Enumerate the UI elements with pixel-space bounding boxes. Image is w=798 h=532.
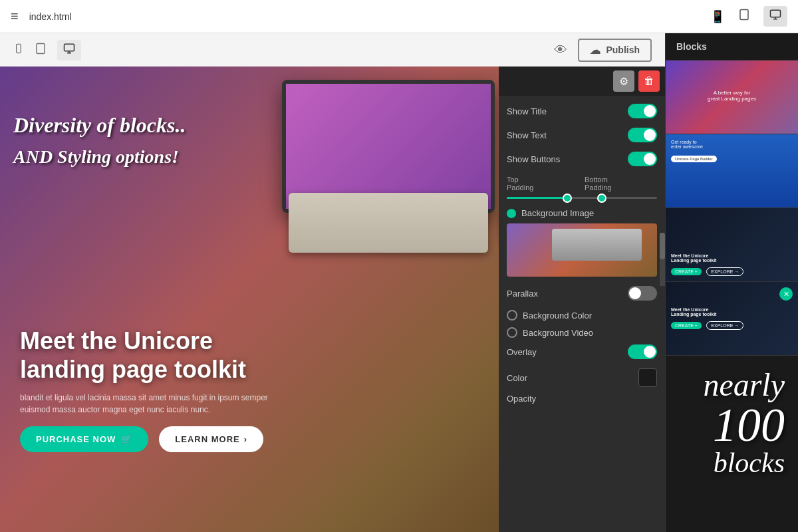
svg-rect-5 [17,44,21,53]
show-title-label: Show Title [507,106,547,116]
inner-device-group [13,40,81,61]
inner-tablet-icon[interactable] [35,43,47,58]
thumb-3-content: Meet the UnicoreLanding page toolkit CRE… [671,253,743,276]
toggle-knob [644,346,656,358]
settings-toolbar: ⚙ 🗑 [499,66,665,96]
settings-content: Show Title Show Text Show Buttons [499,96,665,532]
filename-label: index.html [29,11,700,22]
block-item-3[interactable]: Meet the UnicoreLanding page toolkit CRE… [666,208,798,282]
parallax-toggle[interactable] [628,286,657,301]
show-text-toggle[interactable] [628,128,657,142]
learn-more-button[interactable]: LEARN MORE › [159,426,263,452]
scrollbar-thumb[interactable] [660,233,665,259]
settings-gear-button[interactable]: ⚙ [613,70,634,92]
thumb-2-content: Get ready toenter awesome Unicore Page B… [666,134,798,168]
block-item-2[interactable]: Get ready toenter awesome Unicore Page B… [666,134,798,208]
inner-right-group: 👁 ☁ Publish [554,39,652,62]
toggle-knob [644,129,656,141]
desk-visual [282,80,535,266]
main-layout: 👁 ☁ Publish Diversity of block [0,33,798,532]
block-thumbnail-4: Meet the UnicoreLanding page toolkit CRE… [666,282,798,355]
thumb-2-text: Get ready toenter awesome [671,140,793,149]
overlay-toggle[interactable] [628,344,657,359]
bg-image-indicator [507,209,516,218]
desktop-icon[interactable] [763,6,787,27]
opacity-label: Opacity [507,394,536,404]
parallax-row: Parallax [507,286,657,301]
thumb-1-title: A better way forgreat Landing pages [708,90,756,102]
overlay-nearly-text: nearly [679,369,785,401]
block-remove-button[interactable]: ✕ [779,287,793,301]
purchase-label: PURCHASE NOW [36,434,116,444]
overlay-row: Overlay [507,344,657,359]
block-thumbnail-3: Meet the UnicoreLanding page toolkit CRE… [666,208,798,281]
thumb-3-btn1: CREATE + [671,268,702,275]
mobile-icon[interactable]: 📱 [710,9,725,24]
preview-icon[interactable]: 👁 [554,43,567,58]
block-thumb-visual-2: Get ready toenter awesome Unicore Page B… [666,134,798,207]
parallax-label: Parallax [507,289,538,299]
thumb-3-btn2: EXPLORE → [706,267,743,276]
svg-rect-7 [37,43,45,53]
hero-title: Meet the Unicorelanding page toolkit [20,327,286,384]
svg-rect-9 [65,44,74,51]
color-row: Color [507,368,657,387]
top-padding-slider[interactable] [507,197,657,199]
block-item-1[interactable]: A better way forgreat Landing pages [666,61,798,134]
thumbnail-desk [552,229,642,261]
bg-image-header: Background Image [507,208,657,218]
svg-rect-0 [740,10,748,20]
padding-row: TopPadding BottomPadding [507,176,657,192]
bottom-padding-label: BottomPadding [585,176,657,192]
cart-icon: 🛒 [121,434,132,444]
menu-icon[interactable]: ≡ [11,9,19,24]
show-title-toggle[interactable] [628,104,657,118]
slider-thumb-2[interactable] [597,194,606,203]
blocks-promo-section: nearly 100 blocks [666,356,798,490]
bg-video-label: Background Video [523,328,593,338]
blocks-panel: Blocks A better way forgreat Landing pag… [665,33,798,532]
inner-desktop-icon[interactable] [57,40,81,61]
background-image-section: Background Image [507,208,657,277]
thumb-4-btn1: CREATE + [671,322,702,329]
show-text-label: Show Text [507,130,547,140]
block-thumb-visual-1: A better way forgreat Landing pages [666,61,798,134]
publish-button[interactable]: ☁ Publish [578,39,652,62]
hero-buttons: PURCHASE NOW 🛒 LEARN MORE › [20,426,286,452]
blocks-list: A better way forgreat Landing pages Get … [666,61,798,532]
monitor-screen [286,84,491,209]
thumb-4-btn2: EXPLORE → [706,321,743,330]
bottom-padding-group: BottomPadding [585,176,657,192]
bg-video-radio[interactable] [507,327,517,338]
show-buttons-label: Show Buttons [507,154,560,164]
tablet-icon[interactable] [738,9,750,24]
overlay-blocks-text: blocks [679,449,785,477]
learn-more-label: LEARN MORE [175,434,239,444]
color-swatch[interactable] [638,368,657,387]
bg-image-thumbnail[interactable] [507,223,657,277]
block-thumbnail-1: A better way forgreat Landing pages [666,61,798,134]
settings-panel: ⚙ 🗑 Show Title Show Text [499,66,665,532]
thumb-4-title: Meet the UnicoreLanding page toolkit [671,307,743,317]
arrow-right-icon: › [244,434,247,444]
settings-delete-button[interactable]: 🗑 [638,70,660,92]
block-item-4[interactable]: Meet the UnicoreLanding page toolkit CRE… [666,282,798,356]
bg-color-radio[interactable] [507,310,517,321]
overlay-100-text: 100 [679,401,785,449]
purchase-now-button[interactable]: PURCHASE NOW 🛒 [20,426,148,452]
bg-video-row: Background Video [507,327,657,338]
device-icons-group: 📱 [710,6,787,27]
block-thumb-visual-4: Meet the UnicoreLanding page toolkit CRE… [666,282,798,355]
cloud-upload-icon: ☁ [590,44,600,57]
svg-rect-2 [771,10,781,17]
bg-image-label: Background Image [521,208,594,218]
slider-thumb[interactable] [563,194,572,203]
slider-fill [507,197,567,199]
hero-subtitle: blandit et ligula vel lacinia massa sit … [20,392,286,416]
thumb-1-content: A better way forgreat Landing pages [708,90,756,104]
show-buttons-toggle[interactable] [628,152,657,166]
block-thumb-visual-3: Meet the UnicoreLanding page toolkit CRE… [666,208,798,281]
bg-color-label: Background Color [523,311,592,321]
inner-mobile-icon[interactable] [13,43,24,58]
keyboard [289,193,488,253]
